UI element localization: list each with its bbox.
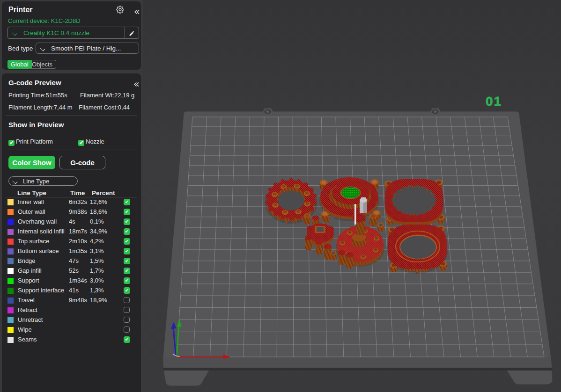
svg-text:01: 01 bbox=[486, 94, 502, 109]
